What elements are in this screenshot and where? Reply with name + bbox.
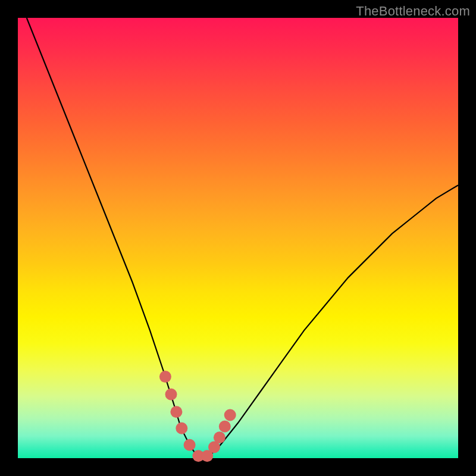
highlight-dot — [165, 389, 177, 400]
highlight-dot — [214, 431, 226, 443]
plot-area — [18, 18, 458, 458]
highlight-dot — [176, 422, 187, 434]
chart-container: TheBottleneck.com — [0, 0, 476, 476]
highlight-dot — [184, 439, 196, 451]
highlight-dot — [170, 406, 182, 418]
highlight-dot — [219, 421, 231, 433]
highlight-dot — [224, 409, 236, 421]
highlight-dots-group — [159, 371, 236, 462]
highlight-dot — [159, 371, 171, 383]
bottleneck-curve-line — [27, 18, 458, 458]
bottleneck-curve-svg — [18, 18, 458, 458]
watermark-text: TheBottleneck.com — [356, 4, 470, 19]
